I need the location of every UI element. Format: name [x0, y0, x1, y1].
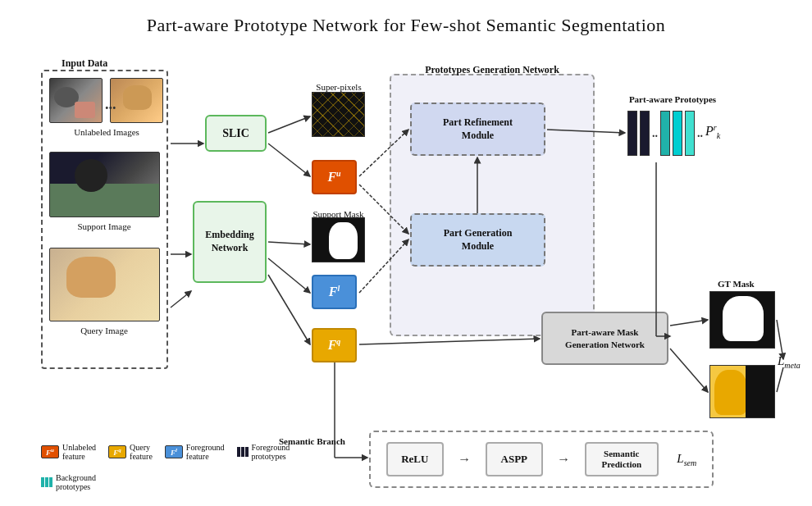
superpixels-image: [312, 92, 365, 137]
support-mask-label: Support Mask: [303, 209, 373, 219]
legend-bg-bars: [41, 477, 52, 487]
legend-fg-bar-1: [237, 447, 240, 457]
legend-fu: Fu Unlabeledfeature: [41, 443, 96, 461]
svg-line-13: [359, 339, 540, 344]
diagram-area: Input Data ... Unlabeled Images Support …: [16, 57, 796, 498]
slic-label: SLIC: [222, 127, 249, 140]
pred-mask-image: [709, 365, 775, 418]
prototype-bars: .. ..: [627, 111, 703, 156]
unlabeled-images-label: Unlabeled Images: [57, 127, 156, 137]
embedding-network-box: EmbeddingNetwork: [193, 201, 267, 283]
svg-line-19: [777, 367, 783, 392]
pap-label: Part-aware Prototypes: [623, 94, 722, 104]
fl-label: Fl: [329, 284, 340, 299]
pgm-box: Part GenerationModule: [410, 213, 545, 267]
svg-line-6: [268, 258, 310, 293]
arrow-relu-aspp: →: [458, 452, 471, 467]
superpixels-label: Super-pixels: [310, 82, 367, 92]
prm-box: Part RefinementModule: [410, 103, 545, 156]
fu-label: Fu: [327, 169, 340, 185]
embedding-network-label: EmbeddingNetwork: [205, 229, 253, 254]
proto-bar-3: [660, 111, 670, 156]
support-image-label: Support Image: [71, 221, 137, 231]
proto-bar-5: [685, 111, 695, 156]
query-image-label: Query Image: [71, 326, 137, 335]
semantic-prediction-label: SemanticPrediction: [601, 449, 641, 470]
relu-box: ReLU: [386, 442, 444, 476]
proto-bar-4: [673, 111, 682, 156]
legend-bg-proto: Backgroundprototypes: [41, 473, 96, 491]
query-image: [49, 248, 160, 321]
pgn-label: Prototypes Generation Network: [390, 64, 595, 76]
slic-box: SLIC: [205, 115, 267, 152]
gt-mask-label: GT Mask: [718, 279, 755, 289]
legend-fg-bar-3: [245, 447, 249, 457]
input-box: ... Unlabeled Images Support Image Query…: [41, 70, 168, 369]
prk-label: Prk: [705, 123, 720, 141]
legend-bg-bar-2: [45, 477, 48, 487]
prm-label: Part RefinementModule: [443, 116, 513, 142]
legend-fg-bar-2: [241, 447, 244, 457]
legend-fu-text: Unlabeledfeature: [62, 443, 96, 461]
svg-line-4: [268, 144, 310, 176]
svg-line-2: [171, 291, 191, 308]
gt-mask-image: [709, 291, 775, 349]
legend-fq: Fq Queryfeature: [108, 443, 153, 461]
semantic-prediction-box: SemanticPrediction: [585, 442, 659, 476]
proto-bar-2: [640, 111, 650, 156]
fq-box: Fq: [312, 328, 357, 362]
input-data-label: Input Data: [62, 57, 107, 70]
support-mask-image: [312, 217, 365, 262]
legend-area: Fu Unlabeledfeature Fq Queryfeature Fl F…: [41, 443, 336, 491]
legend-bg-bar-1: [41, 477, 44, 487]
dots-separator: ...: [105, 96, 116, 113]
legend-fq-box: Fq: [108, 445, 126, 458]
svg-line-16: [670, 320, 708, 326]
svg-line-7: [268, 275, 310, 344]
unlabeled-image-2: [110, 78, 163, 123]
page-title: Part-aware Prototype Network for Few-sho…: [0, 0, 812, 36]
svg-line-3: [268, 116, 310, 133]
support-image: [49, 152, 160, 217]
legend-fl-text: Foregroundfeature: [186, 443, 225, 461]
legend-fg-proto: Foregroundprototypes: [237, 443, 290, 461]
legend-fq-text: Queryfeature: [130, 443, 153, 461]
legend-fl: Fl Foregroundfeature: [165, 443, 225, 461]
legend-bg-bar-3: [49, 477, 52, 487]
fu-box: Fu: [312, 160, 357, 194]
proto-bar-1: [627, 111, 637, 156]
relu-label: ReLU: [401, 453, 428, 466]
legend-fu-box: Fu: [41, 445, 59, 458]
proto-dots-2: ..: [697, 127, 703, 140]
svg-line-18: [777, 320, 783, 359]
fq-label: Fq: [328, 337, 341, 353]
svg-line-5: [268, 242, 310, 244]
semantic-box: ReLU → ASPP → SemanticPrediction Lsem: [369, 431, 714, 488]
legend-bg-proto-text: Backgroundprototypes: [56, 473, 96, 491]
proto-dots: ..: [652, 127, 658, 140]
legend-fg-proto-text: Foregroundprototypes: [252, 443, 290, 461]
pamgn-box: Part-aware MaskGeneration Network: [541, 312, 668, 365]
svg-line-17: [670, 349, 708, 392]
lmeta-label: Lmeta: [778, 354, 801, 370]
legend-fl-box: Fl: [165, 445, 183, 458]
unlabeled-image-1: [49, 78, 103, 123]
pgm-label: Part GenerationModule: [444, 227, 513, 253]
aspp-box: ASPP: [486, 442, 543, 476]
legend-fg-bars: [237, 447, 249, 457]
fl-box: Fl: [312, 275, 357, 309]
aspp-label: ASPP: [501, 453, 528, 466]
pamgn-label: Part-aware MaskGeneration Network: [565, 326, 645, 350]
lsem-label: Lsem: [677, 452, 696, 467]
arrow-aspp-semp: →: [557, 452, 570, 467]
